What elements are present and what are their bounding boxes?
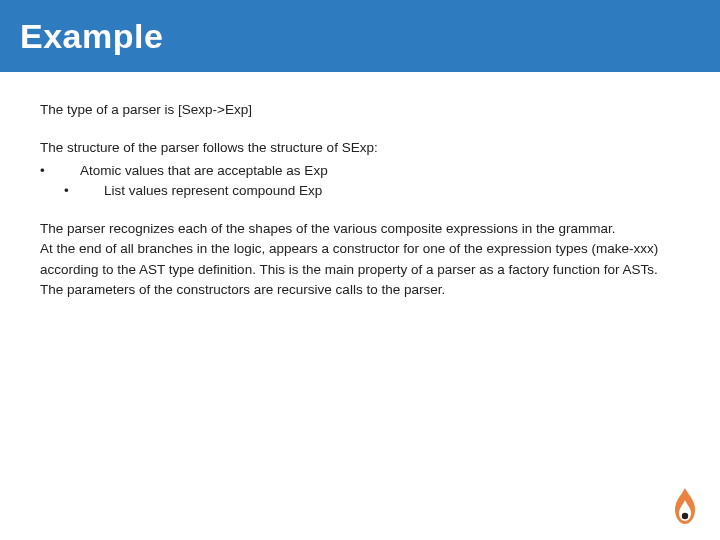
- bullet-marker: •: [40, 161, 80, 181]
- paragraph-2: The parser recognizes each of the shapes…: [40, 219, 680, 300]
- bullet-marker: •: [64, 181, 104, 201]
- bullet-lead: The structure of the parser follows the …: [40, 138, 680, 158]
- bullet-block: The structure of the parser follows the …: [40, 138, 680, 201]
- slide-content: The type of a parser is [Sexp->Exp] The …: [40, 100, 680, 318]
- bullet-item-2: •List values represent compound Exp: [40, 181, 680, 201]
- bullet-item-1: •Atomic values that are acceptable as Ex…: [40, 161, 680, 181]
- title-bar: Example: [0, 0, 720, 72]
- slide-title: Example: [20, 17, 163, 56]
- svg-point-0: [682, 513, 688, 519]
- slide: Example The type of a parser is [Sexp->E…: [0, 0, 720, 540]
- bullet-text: Atomic values that are acceptable as Exp: [80, 163, 328, 178]
- bullet-text: List values represent compound Exp: [104, 183, 322, 198]
- flame-icon: [670, 486, 700, 526]
- flame-logo-icon: [670, 486, 700, 526]
- paragraph-1: The type of a parser is [Sexp->Exp]: [40, 100, 680, 120]
